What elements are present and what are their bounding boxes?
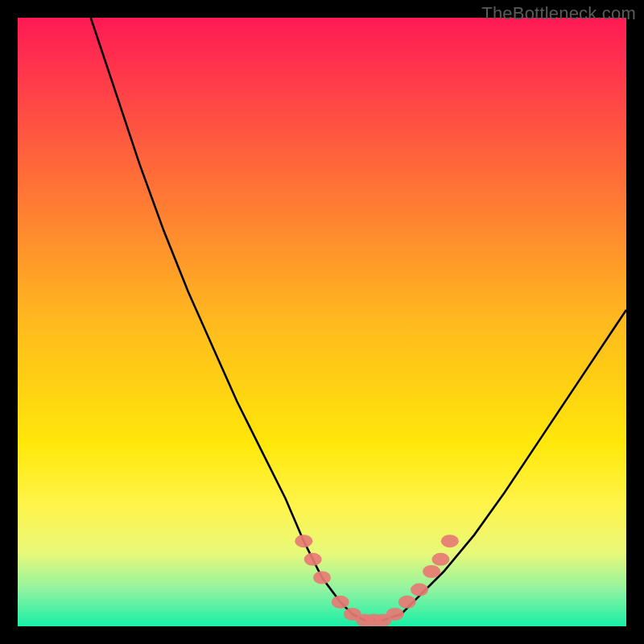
marker-point (386, 608, 404, 621)
marker-point (411, 584, 428, 597)
watermark-text: TheBottleneck.com (481, 3, 636, 24)
marker-point (441, 535, 459, 547)
marker-point (398, 596, 416, 609)
bottleneck-curve (91, 18, 626, 620)
marker-point (313, 572, 331, 584)
chart-frame: TheBottleneck.com (0, 0, 644, 644)
curve-layer (18, 18, 626, 626)
plot-area (18, 18, 626, 626)
marker-point (295, 535, 312, 547)
marker-point (431, 553, 449, 566)
marker-point (332, 596, 349, 609)
marker-point (423, 565, 440, 578)
marker-point (304, 553, 322, 566)
